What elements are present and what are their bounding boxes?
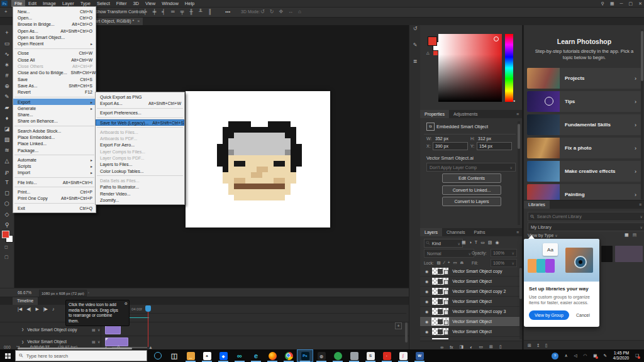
libraries-trash-icon[interactable]: ▯ [545,343,548,348]
saturation-brightness-field[interactable] [438,34,502,102]
speaker-icon[interactable]: ◁ [574,353,577,358]
document-canvas[interactable] [186,91,330,228]
learn-topic-fundamental-skills[interactable]: Fundamental Skills› [527,114,641,135]
menu-item-browse-in-bridge[interactable]: Browse in Bridge...Alt+Ctrl+O [13,21,96,28]
track-expand-icon[interactable]: ❯ [21,340,24,344]
tab-channels[interactable]: Channels [442,228,470,236]
menu-item-color-lookup-tables[interactable]: Color Lookup Tables... [96,168,184,174]
move-tool-icon[interactable]: + [0,27,14,38]
visibility-eye-icon[interactable]: ◉ [425,299,428,304]
status-chevron-icon[interactable]: › [88,290,89,294]
library-item-purple[interactable] [615,246,643,262]
layer-mask-icon[interactable]: ◨ [460,344,464,349]
layer-row[interactable]: ◉Vector Smart Object copy 2 [420,287,519,297]
quick-selection-tool-icon[interactable]: ∗ [0,59,14,70]
chrome-icon[interactable] [280,349,297,362]
file-explorer-icon[interactable]: ▁ [182,349,199,362]
align-top-edges-icon[interactable]: ╤ [180,7,184,17]
menu-item-place-linked[interactable]: Place Linked... [13,141,96,147]
menu-item-export-for-aero[interactable]: Export For Aero... [96,142,184,148]
minimize-icon[interactable]: ─ [620,0,623,7]
3d-pan-icon[interactable]: ✥ [279,7,283,17]
menu-item-open-as[interactable]: Open As...Alt+Shift+Ctrl+O [13,28,96,34]
filter-shape-layers-icon[interactable]: ▭ [480,239,485,246]
3d-slide-icon[interactable]: ↔ [288,7,293,17]
gear-icon[interactable]: ⚙ [125,301,128,305]
track-video-icon[interactable]: ▤ [92,327,96,332]
tab-adjustments[interactable]: Adjustments [449,110,482,118]
layer-filter-dropdown[interactable]: ⚲ Kind∨ [424,239,463,248]
menu-item-open[interactable]: Open...Ctrl+O [13,14,96,21]
adjustment-layer-icon[interactable]: ◐ [470,345,472,349]
learn-topic-projects[interactable]: Projects› [527,68,641,89]
filter-adjustment-layers-icon[interactable]: ◑ [469,239,472,246]
align-right-edges-icon[interactable]: ╡ [162,7,165,17]
layer-row[interactable]: ◉Vector Smart Object [420,277,519,287]
timeline-track[interactable]: ❯Vector Smart Object copy▤∨ [0,322,409,336]
pen-icon[interactable]: ✎ [603,353,606,358]
menu-item-new[interactable]: New...Ctrl+N [13,8,96,14]
menu-item-exit[interactable]: ExitCtrl+Q [13,205,96,211]
pink-app-icon[interactable]: ∫ [395,349,411,362]
color-picker-indicator[interactable] [494,36,499,41]
3d-scale-icon[interactable]: ⌂ [298,7,301,17]
y-input[interactable]: 154 px [477,142,512,150]
menu-item-open-recent[interactable]: Open Recent▸ [13,40,96,47]
pen-tool-icon[interactable]: ℘ [0,166,14,177]
brush-tool-icon[interactable]: ▰ [0,102,14,112]
align-bottom-edges-icon[interactable]: ╨ [199,7,203,17]
layer-comp-dropdown[interactable]: Don't Apply Layer Comp∨ [426,163,516,172]
search-icon[interactable]: ⚲ [601,0,604,7]
lock-image-icon[interactable]: ∕ [444,259,445,266]
chevron-up-icon[interactable]: ∧ [565,353,568,358]
track-dropdown-icon[interactable]: ∨ [97,327,100,332]
menu-item-export[interactable]: Export▸ [13,99,96,105]
edge-icon[interactable]: e [248,349,264,362]
menu-item-revert[interactable]: RevertF12 [13,89,96,96]
firefox-icon[interactable] [264,349,280,362]
menu-item-generate[interactable]: Generate▸ [13,105,96,111]
red-adobe-app-icon[interactable]: · [379,349,395,362]
playhead-handle[interactable] [145,305,151,312]
list-view-icon[interactable]: ▤ [633,233,637,238]
history-brush-tool-icon[interactable]: ◪ [0,123,14,134]
view-by-group-button[interactable]: View by Group [529,310,569,320]
menu-item-file-info[interactable]: File Info...Alt+Shift+Ctrl+I [13,179,96,185]
tab-properties[interactable]: Properties [420,110,449,118]
menubar-item-filter[interactable]: Filter [113,0,130,7]
properties-scrollbar[interactable] [518,121,520,225]
foreground-color-swatch[interactable] [2,231,9,238]
menu-item-render-video[interactable]: Render Video... [96,190,184,197]
help-icon[interactable]: ? [552,353,558,359]
gradient-tool-icon[interactable]: ≋ [0,145,14,155]
maximize-icon[interactable]: ▢ [629,0,633,7]
clone-stamp-tool-icon[interactable]: ♦ [0,112,14,123]
convert-to-linked-button[interactable]: Convert to Linked... [442,185,501,195]
lasso-tool-icon[interactable]: ∿ [0,48,14,59]
distribute-horizontal-icon[interactable]: ═ [171,7,175,17]
align-left-edges-icon[interactable]: ╞ [143,7,147,17]
tab-libraries[interactable]: Libraries [524,200,550,209]
document-tab[interactable]: art Object, RGB/8) * × [92,17,143,25]
3d-orbit-icon[interactable]: ↺ [260,7,265,17]
menu-item-automate[interactable]: Automate▸ [13,156,96,163]
start-button[interactable] [0,349,15,362]
visibility-eye-icon[interactable]: ◉ [425,309,428,314]
learn-topic-make-creative-effects[interactable]: Make creative effects› [527,161,641,182]
menu-item-layer-comps-to-files[interactable]: Layer Comps to Files... [96,148,184,155]
taskbar-search-input[interactable]: ⚲ Type here to search [15,350,147,361]
menu-item-artboards-to-files[interactable]: Artboards to Files... [96,129,184,135]
polygon-tool-icon[interactable]: ⬡ [0,198,14,209]
crop-tool-icon[interactable]: # [0,70,14,80]
marquee-tool-icon[interactable]: ▭ [0,38,14,48]
menu-item-open-as-smart-object[interactable]: Open as Smart Object... [13,34,96,40]
word-icon[interactable]: W [411,349,428,362]
notification-center-icon[interactable]: ❏ [635,353,639,358]
zoom-in-mountain-icon[interactable]: ▲ [148,345,153,349]
photoshop-icon[interactable]: Ps [297,349,313,362]
workspace-switcher-icon[interactable]: ▦ [610,0,614,7]
adjust-panel-icon[interactable]: ≣ [409,56,421,66]
menu-item-layers-to-files[interactable]: Layers to Files... [96,162,184,168]
menu-item-quick-export-as-png[interactable]: Quick Export as PNG [96,94,184,100]
green-app-icon[interactable] [330,349,346,362]
